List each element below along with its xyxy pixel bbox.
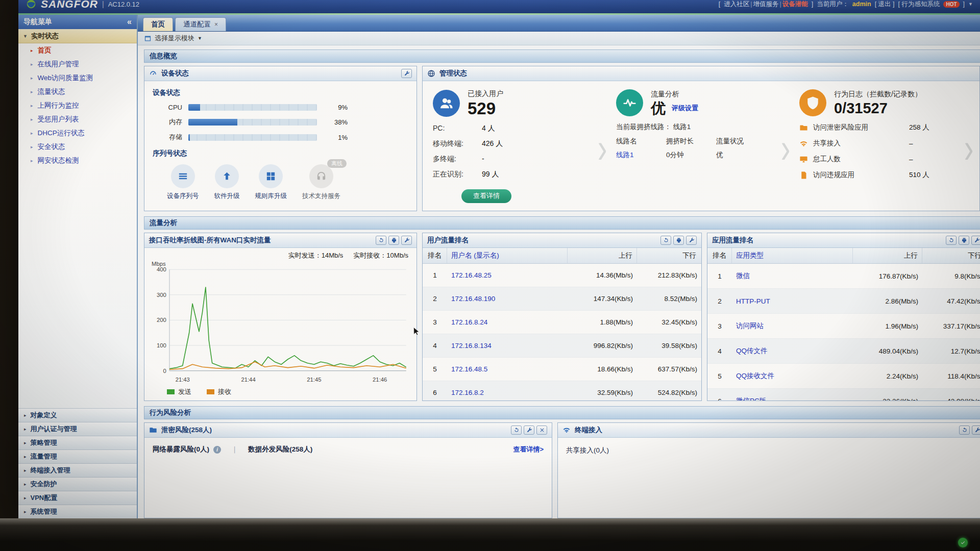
log-label: 访问泄密风险应用: [813, 123, 904, 132]
sidebar-section-realtime[interactable]: ▼ 实时状态: [18, 29, 137, 43]
user-rank-row-2: 2172.16.48.190147.34(Kb/s)8.52(Mb/s): [423, 287, 701, 311]
sidebar-item-2[interactable]: ▸在线用户管理: [18, 57, 137, 71]
serial-button-1[interactable]: 设备序列号: [167, 164, 199, 201]
wrench-button[interactable]: [401, 69, 412, 78]
refresh-button[interactable]: [946, 236, 957, 245]
app-rank-row-1: 1微信176.87(Kb/s)9.8(Kb/s): [707, 264, 980, 289]
wrench-button[interactable]: [972, 425, 980, 435]
logout-button[interactable]: [ 退出 ]: [875, 0, 895, 9]
sidebar-item-label: 首页: [38, 46, 52, 55]
data-outbound-risk: 数据外发风险(258人): [248, 445, 312, 454]
user-rank-name-link[interactable]: 172.16.8.134: [447, 342, 568, 349]
tab-close-icon[interactable]: ×: [214, 21, 218, 28]
stat-key: 多终端:: [433, 155, 482, 164]
sidebar-item-5[interactable]: ▸上网行为监控: [18, 98, 137, 112]
user-rank-cell: 5: [423, 365, 447, 373]
triangle-right-icon: ▸: [24, 454, 27, 459]
close-button[interactable]: [536, 425, 547, 435]
user-rank-name-link[interactable]: 172.16.8.2: [447, 389, 568, 396]
sidebar-section-6[interactable]: ▸安全防护: [18, 477, 137, 491]
gauge-icon: [149, 69, 157, 78]
wrench-button[interactable]: [401, 236, 412, 245]
user-rank-name-link[interactable]: 172.16.48.5: [447, 365, 568, 373]
app-rank-name-link[interactable]: 微信: [732, 271, 853, 281]
user-rank-name-link[interactable]: 172.16.48.25: [447, 271, 568, 279]
module-select-button[interactable]: 选择显示模块: [155, 34, 194, 43]
chevron-right-icon: ›: [777, 57, 794, 238]
refresh-button[interactable]: [959, 425, 970, 435]
triangle-right-icon: ▸: [31, 158, 33, 163]
refresh-icon: [948, 237, 954, 243]
sidebar-section-5[interactable]: ▸终端接入管理: [18, 463, 137, 477]
user-rank-header-1: 排名: [423, 248, 447, 263]
print-icon: [676, 237, 682, 243]
svg-text:200: 200: [157, 317, 166, 323]
line-col-header: 拥挤时长: [666, 137, 716, 146]
view-details-link[interactable]: 查看详情>: [513, 445, 544, 454]
behavior-log-row: 怠工人数–: [799, 155, 955, 164]
sidebar-section-3[interactable]: ▸策略管理: [18, 436, 137, 449]
sidebar-section-1[interactable]: ▸对象定义: [18, 408, 137, 422]
view-details-button[interactable]: 查看详情: [461, 189, 511, 203]
sidebar-section-2[interactable]: ▸用户认证与管理: [18, 422, 137, 436]
tab-2[interactable]: 通道配置×: [175, 17, 226, 31]
sidebar-section-label: VPN配置: [31, 493, 58, 503]
serial-button-3[interactable]: 规则库升级: [255, 164, 287, 201]
sidebar-section-7[interactable]: ▸VPN配置: [18, 491, 137, 505]
collapse-sidebar-icon[interactable]: «: [127, 17, 132, 27]
sidebar-item-9[interactable]: ▸网安状态检测: [18, 154, 137, 167]
topbar-link-3[interactable]: 设备潜能: [782, 1, 808, 8]
sidebar-item-4[interactable]: ▸流量状态: [18, 85, 137, 98]
behavior-log-rows: 访问泄密风险应用258 人共享接入–怠工人数–访问违规应用510 人: [799, 123, 955, 180]
user-rank-name-link[interactable]: 172.16.48.190: [447, 295, 568, 303]
hot-badge: HOT: [943, 1, 959, 8]
sidebar-item-1[interactable]: ▸首页: [18, 43, 137, 57]
topbar-link-1[interactable]: 进入社区: [724, 1, 749, 8]
chevron-down-icon[interactable]: ▼: [968, 2, 973, 7]
info-icon[interactable]: i: [213, 446, 221, 454]
app-rank-name-link[interactable]: QQ接收文件: [732, 371, 853, 381]
user-rank-name-link[interactable]: 172.16.8.24: [447, 318, 568, 326]
print-button[interactable]: [388, 236, 399, 245]
app-rank-name-link[interactable]: QQ传文件: [732, 346, 853, 356]
sidebar-item-8[interactable]: ▸安全状态: [18, 140, 137, 154]
behavior-system-link[interactable]: [ 行为感知系统: [898, 0, 940, 9]
user-rank-row-4: 4172.16.8.134996.82(Kb/s)39.58(Kb/s): [423, 334, 701, 358]
status-check-icon: [958, 538, 968, 547]
app-rank-cell: 3: [707, 322, 732, 330]
separator: |: [750, 1, 752, 8]
refresh-button[interactable]: [376, 236, 386, 245]
topbar-link-2[interactable]: 增值服务: [753, 1, 779, 8]
app-rank-name-link[interactable]: 访问网站: [732, 321, 853, 331]
app-rank-cell: 2: [707, 297, 732, 305]
wrench-button[interactable]: [686, 236, 697, 245]
sidebar-item-3[interactable]: ▸Web访问质量监测: [18, 71, 137, 85]
user-rank-cell: 1: [423, 271, 447, 279]
sidebar-item-6[interactable]: ▸受惩用户列表: [18, 112, 137, 126]
app-rank-name-link[interactable]: HTTP-PUT: [732, 297, 853, 305]
tab-1[interactable]: 首页: [143, 17, 173, 31]
sidebar-section-label: 终端接入管理: [31, 466, 70, 475]
grade-settings-link[interactable]: 评级设置: [672, 104, 698, 112]
serial-button-2[interactable]: 软件升级: [214, 164, 240, 201]
refresh-icon: [378, 237, 384, 243]
username: admin: [852, 1, 871, 8]
leak-risk-panel: 泄密风险(258人) 网络暴露风险(0人) i ｜ 数据外发风险(258人) 查…: [144, 422, 552, 518]
close-icon: [539, 427, 545, 433]
sidebar-section-4[interactable]: ▸流量管理: [18, 449, 137, 463]
app-traffic-rank-panel: 应用流量排名 排名应用类型上行下行1微信176.87(Kb/s)9.8(Kb/s…: [707, 233, 980, 401]
line-link[interactable]: 线路1: [616, 151, 666, 160]
serial-button-4[interactable]: 离线技术支持服务: [302, 164, 340, 201]
app-rank-name-link[interactable]: 微信PC版: [732, 396, 853, 400]
refresh-button[interactable]: [511, 425, 522, 435]
user-rank-header-4: 下行: [637, 248, 701, 263]
sidebar-section-8[interactable]: ▸系统管理: [18, 505, 137, 518]
panel-tools: [401, 69, 412, 78]
refresh-button[interactable]: [660, 236, 671, 245]
sidebar-section-label: 安全防护: [31, 480, 57, 489]
print-button[interactable]: [673, 236, 684, 245]
grid-icon: [265, 170, 277, 182]
chevron-down-icon[interactable]: ▼: [198, 36, 202, 41]
wrench-button[interactable]: [524, 425, 534, 435]
sidebar-item-7[interactable]: ▸DHCP运行状态: [18, 126, 137, 140]
